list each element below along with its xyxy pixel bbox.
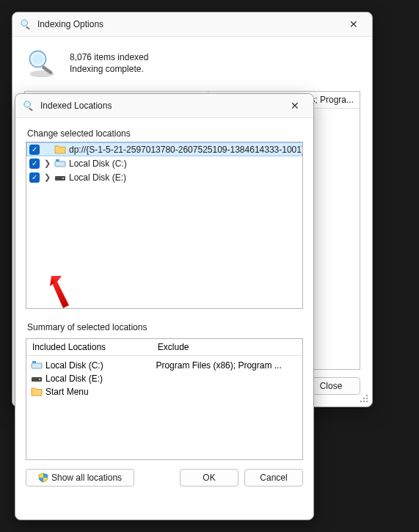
folder-icon xyxy=(31,386,43,398)
tree-row[interactable]: ✓ ❯ Local Disk (C:) xyxy=(26,156,303,170)
resize-grip[interactable] xyxy=(360,395,371,405)
checkbox-icon[interactable]: ✓ xyxy=(29,172,40,183)
summary-col-included[interactable]: Included Locations xyxy=(26,339,152,355)
indexing-status-area: 8,076 items indexed Indexing complete. xyxy=(24,45,360,81)
svg-rect-14 xyxy=(55,161,65,167)
svg-point-0 xyxy=(21,20,27,26)
tree-item-label: dp://{S-1-5-21-2597013780-2607525109-138… xyxy=(69,145,303,155)
summary-list: Included Locations Exclude Local Disk (C… xyxy=(26,338,303,460)
svg-rect-9 xyxy=(366,401,368,402)
svg-rect-21 xyxy=(39,379,40,380)
svg-rect-10 xyxy=(363,401,365,402)
chevron-right-icon[interactable]: ❯ xyxy=(43,172,51,182)
list-item[interactable]: Local Disk (E:) xyxy=(31,372,147,385)
list-item[interactable]: Start Menu xyxy=(31,385,147,398)
chevron-right-icon[interactable]: ❯ xyxy=(43,158,51,168)
summary-col-exclude[interactable]: Exclude xyxy=(152,339,302,355)
shield-icon xyxy=(38,473,48,483)
magnifier-icon xyxy=(23,100,34,112)
close-icon[interactable]: ✕ xyxy=(284,100,306,112)
indexing-options-titlebar[interactable]: Indexing Options ✕ xyxy=(12,12,372,37)
summary-item-label: Local Disk (E:) xyxy=(45,374,103,384)
svg-rect-13 xyxy=(29,108,33,112)
svg-rect-1 xyxy=(26,26,30,30)
drive-icon xyxy=(54,172,66,183)
tree-row[interactable]: ✓ ❯ Local Disk (E:) xyxy=(26,170,303,184)
change-locations-label: Change selected locations xyxy=(27,128,303,139)
show-all-locations-button[interactable]: Show all locations xyxy=(26,469,134,487)
show-all-locations-label: Show all locations xyxy=(51,473,122,483)
svg-rect-19 xyxy=(32,361,36,363)
svg-point-12 xyxy=(24,101,30,107)
magnifier-large-icon xyxy=(24,45,59,81)
summary-exclude-text: Program Files (x86); Program ... xyxy=(156,360,281,371)
svg-rect-7 xyxy=(366,398,368,399)
indexing-options-title: Indexing Options xyxy=(37,19,337,29)
list-item[interactable]: Program Files (x86); Program ... xyxy=(156,359,298,372)
svg-rect-11 xyxy=(360,401,362,402)
svg-rect-6 xyxy=(366,395,368,396)
svg-rect-8 xyxy=(363,398,365,399)
list-item[interactable]: Local Disk (C:) xyxy=(31,359,147,372)
drive-icon xyxy=(31,360,43,371)
summary-item-label: Local Disk (C:) xyxy=(45,360,103,371)
locations-tree[interactable]: ✓ dp://{S-1-5-21-2597013780-2607525109-1… xyxy=(26,142,303,309)
drive-icon xyxy=(31,373,43,385)
tree-row[interactable]: ✓ dp://{S-1-5-21-2597013780-2607525109-1… xyxy=(26,142,303,156)
folder-icon xyxy=(54,144,66,156)
drive-icon xyxy=(54,158,66,170)
svg-point-4 xyxy=(32,54,43,65)
indexing-status-text: Indexing complete. xyxy=(70,64,148,74)
svg-rect-15 xyxy=(56,159,59,161)
summary-item-label: Start Menu xyxy=(45,387,89,397)
close-icon[interactable]: ✕ xyxy=(343,18,365,30)
summary-label: Summary of selected locations xyxy=(27,322,303,332)
tree-item-label: Local Disk (C:) xyxy=(69,158,127,169)
svg-rect-17 xyxy=(62,178,64,179)
svg-rect-18 xyxy=(32,363,42,368)
indexed-locations-dialog: Indexed Locations ✕ Change selected loca… xyxy=(15,93,314,520)
magnifier-icon xyxy=(20,18,32,30)
ok-button[interactable]: OK xyxy=(180,469,238,487)
tree-item-label: Local Disk (E:) xyxy=(69,172,126,183)
items-indexed-text: 8,076 items indexed xyxy=(70,52,148,62)
checkbox-icon[interactable]: ✓ xyxy=(29,145,40,155)
checkbox-icon[interactable]: ✓ xyxy=(29,158,40,169)
indexed-locations-title: Indexed Locations xyxy=(40,101,278,111)
indexed-locations-titlebar[interactable]: Indexed Locations ✕ xyxy=(15,94,313,118)
cancel-button[interactable]: Cancel xyxy=(244,469,303,487)
